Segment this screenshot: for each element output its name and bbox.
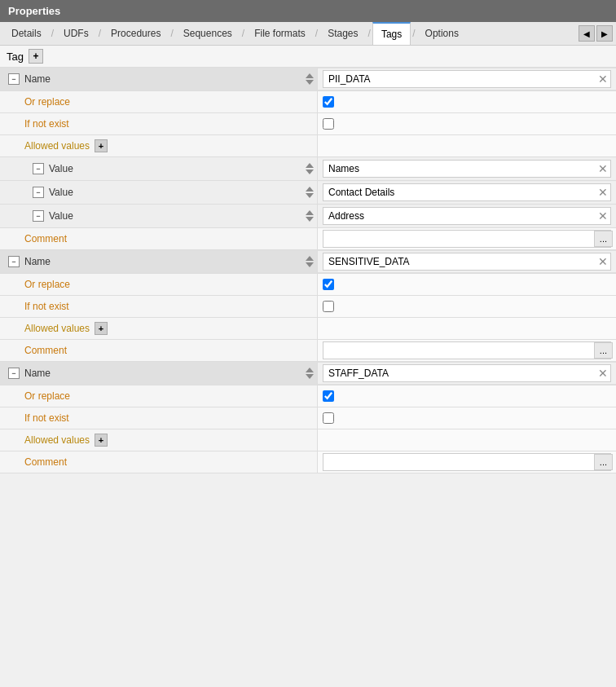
section1-value3-clear[interactable]: ✕ <box>598 210 608 222</box>
tab-udfs[interactable]: UDFs <box>55 23 97 44</box>
section1-value3-row: − Value ✕ <box>0 205 616 228</box>
section3-collapse-icon[interactable]: − <box>8 368 20 379</box>
section3-comment-input[interactable] <box>323 453 611 471</box>
tabs-bar: Details / UDFs / Procedures / Sequences … <box>0 22 616 46</box>
section3-name-row: − Name ✕ <box>0 362 616 385</box>
section1-value2-clear[interactable]: ✕ <box>598 187 608 198</box>
section2-move-up[interactable] <box>306 256 314 261</box>
section2-comment-label: Comment <box>24 345 67 356</box>
section2-or-replace-label: Or replace <box>24 279 70 290</box>
section1-value3-down[interactable] <box>306 217 314 222</box>
section3-if-not-exist-checkbox[interactable] <box>323 412 334 424</box>
section3-if-not-exist-row: If not exist <box>0 407 616 429</box>
section1-collapse-icon[interactable]: − <box>8 73 20 85</box>
section1-or-replace-row: Or replace <box>0 91 616 113</box>
section1-comment-ellipsis[interactable]: ... <box>594 231 613 247</box>
section1-value1-up[interactable] <box>306 163 314 168</box>
section3-or-replace-checkbox[interactable] <box>323 390 334 402</box>
section1-value1-row: − Value ✕ <box>0 157 616 181</box>
section2-allowed-values-add[interactable]: + <box>95 322 108 335</box>
tab-sequences[interactable]: Sequences <box>175 23 240 44</box>
section2-or-replace-row: Or replace <box>0 274 616 296</box>
section3-name-label: Name <box>24 368 51 379</box>
section2-if-not-exist-label: If not exist <box>24 301 69 312</box>
section2-comment-row: Comment ... <box>0 340 616 362</box>
section2-name-row: − Name ✕ <box>0 250 616 274</box>
section1-value2-label: Value <box>49 187 73 198</box>
section2-collapse-icon[interactable]: − <box>8 256 20 267</box>
section1-if-not-exist-row: If not exist <box>0 113 616 135</box>
tab-procedures[interactable]: Procedures <box>103 23 169 44</box>
tag-label: Tag <box>7 51 24 63</box>
section2-if-not-exist-row: If not exist <box>0 296 616 318</box>
tab-details[interactable]: Details <box>3 23 50 44</box>
nav-right-button[interactable]: ▶ <box>596 25 613 42</box>
section1-name-row: − Name ✕ <box>0 68 616 91</box>
section2-allowed-values-row: Allowed values + <box>0 318 616 340</box>
section3-allowed-values-row: Allowed values + <box>0 429 616 451</box>
section3-or-replace-label: Or replace <box>24 390 70 402</box>
section2-if-not-exist-checkbox[interactable] <box>323 301 334 312</box>
section1-move-down[interactable] <box>306 80 314 85</box>
section1-value1-collapse[interactable]: − <box>33 163 44 174</box>
section2-name-input[interactable] <box>323 253 611 271</box>
section1-value2-collapse[interactable]: − <box>33 187 44 198</box>
section2-allowed-values-label: Allowed values <box>24 323 90 334</box>
tag-bar: Tag + <box>0 46 616 68</box>
section1-name-clear[interactable]: ✕ <box>598 73 608 85</box>
section1-allowed-values-add[interactable]: + <box>95 139 108 152</box>
section2-or-replace-checkbox[interactable] <box>323 279 334 290</box>
section1-value1-clear[interactable]: ✕ <box>598 163 608 174</box>
section3-name-clear[interactable]: ✕ <box>598 368 608 379</box>
section2-comment-input[interactable] <box>323 341 611 359</box>
section1-value1-input[interactable] <box>323 160 611 178</box>
section1-name-label: Name <box>24 73 51 85</box>
section2-name-clear[interactable]: ✕ <box>598 256 608 267</box>
section1-comment-row: Comment ... <box>0 228 616 250</box>
section1-allowed-values-row: Allowed values + <box>0 135 616 157</box>
section2-comment-ellipsis[interactable]: ... <box>594 342 613 359</box>
section1-value2-up[interactable] <box>306 187 314 192</box>
tab-fileformats[interactable]: File formats <box>246 23 314 44</box>
tab-tags[interactable]: Tags <box>372 22 411 45</box>
tab-options[interactable]: Options <box>417 23 467 44</box>
section1-value1-down[interactable] <box>306 170 314 174</box>
tag-add-button[interactable]: + <box>29 49 43 64</box>
section1-value3-input[interactable] <box>323 207 611 225</box>
section3-move-up[interactable] <box>306 368 314 372</box>
section1-allowed-values-label: Allowed values <box>24 140 90 152</box>
section3-comment-label: Comment <box>24 456 67 468</box>
section1-comment-input[interactable] <box>323 230 611 248</box>
section1-value2-row: − Value ✕ <box>0 181 616 205</box>
title-bar: Properties <box>0 0 616 22</box>
section1-value3-up[interactable] <box>306 210 314 215</box>
section1-value3-label: Value <box>49 210 73 222</box>
section3-name-input[interactable] <box>323 364 611 382</box>
section3-allowed-values-add[interactable]: + <box>95 434 108 447</box>
section1-value2-input[interactable] <box>323 183 611 201</box>
section1-value1-label: Value <box>49 163 73 174</box>
section1-name-input[interactable] <box>323 70 611 88</box>
section3-if-not-exist-label: If not exist <box>24 412 69 424</box>
section1-move-up[interactable] <box>306 73 314 78</box>
section3-or-replace-row: Or replace <box>0 385 616 407</box>
section1-or-replace-label: Or replace <box>24 96 70 108</box>
section3-move-down[interactable] <box>306 374 314 379</box>
nav-left-button[interactable]: ◀ <box>579 25 595 42</box>
content-area: − Name ✕ Or replace If not exist <box>0 68 616 473</box>
section1-if-not-exist-checkbox[interactable] <box>323 118 334 130</box>
section1-value2-down[interactable] <box>306 193 314 198</box>
section1-value3-collapse[interactable]: − <box>33 210 44 222</box>
section3-comment-row: Comment ... <box>0 451 616 473</box>
tab-stages[interactable]: Stages <box>319 23 366 44</box>
section1-comment-label: Comment <box>24 233 67 244</box>
section2-move-down[interactable] <box>306 262 314 267</box>
section3-comment-ellipsis[interactable]: ... <box>594 454 613 470</box>
section2-name-label: Name <box>24 256 51 267</box>
section1-or-replace-checkbox[interactable] <box>323 96 334 108</box>
section3-allowed-values-label: Allowed values <box>24 434 90 446</box>
section1-if-not-exist-label: If not exist <box>24 118 69 130</box>
